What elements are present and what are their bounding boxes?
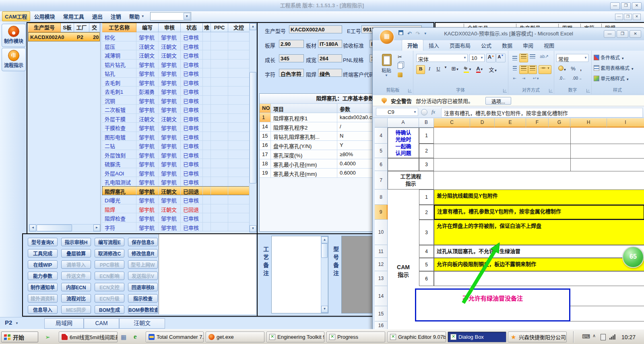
tray-clipboard-icon[interactable] bbox=[601, 334, 606, 340]
cell-item-no[interactable]: 2 bbox=[419, 205, 434, 220]
row-header[interactable]: 15 bbox=[375, 306, 388, 321]
param-col-no[interactable]: NO bbox=[260, 104, 271, 113]
cell-item-no[interactable]: 1 bbox=[419, 190, 434, 205]
grow-font-icon[interactable]: A▲ bbox=[486, 54, 496, 62]
cell-row6[interactable] bbox=[434, 158, 644, 171]
action-button[interactable]: MES同步 bbox=[61, 305, 91, 314]
action-button[interactable]: 接外调资料 bbox=[28, 294, 58, 303]
formula-input[interactable]: 注意有槽孔，槽孔参数见Y包附件，按非金属化槽制作 bbox=[441, 108, 643, 117]
menu-logout[interactable]: 注销 bbox=[107, 11, 125, 21]
site-selector[interactable]: P2 bbox=[5, 319, 12, 326]
process-row[interactable]: 棕化邹宇航邹宇航已审核 bbox=[102, 32, 250, 41]
increase-decimal-icon[interactable]: .0← bbox=[556, 76, 569, 84]
tray-keyboard-icon[interactable]: ⌨ bbox=[582, 333, 590, 340]
sidebar-item-make-module[interactable]: 制作模块 bbox=[2, 24, 26, 47]
task-xs-company[interactable]: ★兴森快捷衡阳分公司... bbox=[508, 332, 567, 342]
cell-b5[interactable]: 2 bbox=[419, 144, 434, 158]
col-header-i[interactable]: I bbox=[607, 118, 644, 128]
action-button[interactable]: PPC审核 bbox=[95, 260, 124, 269]
fx-icon[interactable]: fx bbox=[431, 109, 435, 115]
notes-scrollbar[interactable]: ▲ ▼ bbox=[321, 236, 328, 313]
col-header-g[interactable]: G bbox=[549, 118, 570, 128]
process-row[interactable]: 图形电镀邹宇航邹宇航已审核 bbox=[102, 132, 250, 141]
row-header[interactable]: 7 bbox=[375, 171, 388, 190]
excel-minimize-icon[interactable]: — bbox=[604, 30, 615, 38]
process-row[interactable]: 沉铜邹宇航邹宇航已审核 bbox=[102, 96, 250, 105]
underline-dropdown-icon[interactable]: ▼ bbox=[443, 65, 448, 74]
comma-icon[interactable]: , bbox=[577, 65, 584, 74]
scroll-thumb[interactable] bbox=[321, 243, 328, 258]
process-row[interactable]: 二钻邹宇航邹宇航已审核 bbox=[102, 141, 250, 150]
process-row[interactable]: 孔电阻测试邹宇航邹宇航已审核 bbox=[102, 177, 250, 186]
tray-signal-icon[interactable] bbox=[609, 333, 617, 340]
menu-common-modules[interactable]: 公用模块 bbox=[30, 11, 59, 21]
action-button[interactable]: 制作通知单 bbox=[28, 283, 58, 291]
action-button[interactable]: 修改信息R bbox=[128, 249, 158, 257]
bold-icon[interactable]: B bbox=[416, 65, 425, 74]
align-right-icon[interactable] bbox=[528, 65, 537, 74]
col-header-writer[interactable]: 编写 bbox=[136, 23, 159, 32]
dialog-launcher-icon[interactable]: ◿ bbox=[549, 89, 553, 93]
tab-formulas[interactable]: 公式 bbox=[476, 40, 497, 51]
action-button[interactable]: 回退审核B bbox=[128, 283, 158, 291]
cell-row4[interactable] bbox=[434, 128, 644, 144]
scroll-down-icon[interactable]: ▼ bbox=[321, 306, 328, 313]
copy-icon[interactable] bbox=[398, 63, 403, 69]
task-engineering-toolkit[interactable]: Engineering Toolkit 9... bbox=[266, 332, 324, 342]
cell-b6[interactable]: 3 bbox=[419, 158, 434, 171]
col-header-model[interactable]: 生产型号 bbox=[28, 23, 61, 32]
task-total-commander[interactable]: Total Commander 7.0 ... bbox=[146, 332, 204, 342]
action-button[interactable]: 调单导入 bbox=[61, 260, 91, 269]
cut-icon[interactable]: ✂ bbox=[398, 54, 402, 60]
process-row[interactable]: 二次板镀邹宇航邹宇航已审核 bbox=[102, 105, 250, 114]
mdi-minimize-icon[interactable]: — bbox=[615, 14, 623, 20]
task-get-exe[interactable]: get.exe bbox=[206, 332, 264, 342]
dialog-launcher-icon[interactable]: ◿ bbox=[586, 89, 590, 93]
col-header-status[interactable]: 状态 bbox=[181, 23, 203, 32]
fill-color-icon[interactable]: ▼ bbox=[462, 65, 473, 74]
action-button[interactable]: ECN影响 bbox=[95, 272, 124, 280]
security-options-button[interactable]: 选项... bbox=[485, 97, 511, 105]
scroll-up-icon[interactable]: ▲ bbox=[321, 237, 328, 243]
scroll-right-icon[interactable]: ► bbox=[93, 225, 100, 231]
row-header[interactable]: 16 bbox=[375, 321, 388, 330]
scroll-down-icon[interactable]: ▼ bbox=[250, 225, 256, 232]
action-button[interactable]: 型号上网W bbox=[128, 260, 158, 269]
mask-field[interactable]: 绿色 bbox=[318, 69, 342, 77]
cell-item-text[interactable]: 允许向板内极限削铜皮，板边不露铜来制作 bbox=[434, 258, 644, 271]
process-vscrollbar[interactable]: ▲ ▼ bbox=[249, 23, 257, 233]
menu-cam[interactable]: CAM工程 bbox=[2, 11, 30, 21]
cell-item-no[interactable]: 4 bbox=[419, 245, 434, 258]
action-button[interactable]: BOM参数检查 bbox=[128, 305, 158, 314]
mdi-restore-icon[interactable]: ❐ bbox=[624, 14, 632, 20]
action-button[interactable]: 流程对比 bbox=[61, 294, 91, 303]
action-button[interactable]: 指示检查 bbox=[128, 294, 158, 303]
cell-item-text-selected[interactable]: 注意有槽孔，槽孔参数见Y包附件，按非金属化槽制作 bbox=[434, 205, 644, 220]
cell-item-text[interactable]: 差分阻抗线截图见Y包附件 bbox=[434, 190, 644, 205]
tab-insert[interactable]: 插入 bbox=[423, 40, 444, 51]
borders-icon[interactable]: ⊞▼ bbox=[450, 65, 460, 74]
process-row[interactable]: 干膜检查邹宇航邹宇航已审核 bbox=[102, 123, 250, 132]
length-field[interactable]: 345 bbox=[279, 54, 304, 62]
action-button[interactable]: 在线WIP bbox=[28, 260, 58, 269]
menu-tools[interactable]: 常用工具 bbox=[59, 11, 88, 21]
quicklaunch-sync-icon[interactable]: ➢ bbox=[45, 334, 50, 341]
status-tab-cam[interactable]: CAM bbox=[84, 318, 119, 329]
process-row[interactable]: 减薄铜汪朝文汪朝文已审核 bbox=[102, 50, 250, 60]
row-header[interactable]: 12 bbox=[375, 258, 388, 271]
action-button[interactable]: 指示审核H bbox=[61, 238, 91, 246]
process-row[interactable]: 阻焊塞孔邹宇航汪朝文已回退 bbox=[102, 186, 250, 196]
process-row[interactable]: 外层AOI邹宇航邹宇航已审核 bbox=[102, 168, 250, 177]
cell-item-text[interactable] bbox=[434, 271, 644, 286]
cell-cam-label[interactable]: CAM 指示 bbox=[388, 258, 419, 286]
action-button[interactable]: 编写流程E bbox=[95, 238, 124, 246]
cell-item-text[interactable]: 允许在焊盘上的字符被削，保证白油不上焊盘 bbox=[434, 220, 644, 245]
shrink-font-icon[interactable]: A▼ bbox=[496, 54, 506, 62]
material-field[interactable]: IT-180A bbox=[318, 40, 342, 48]
row-header[interactable]: 8 bbox=[375, 190, 388, 205]
save-icon[interactable] bbox=[398, 30, 403, 35]
tray-clock[interactable]: 10:27 bbox=[621, 334, 636, 340]
office-button[interactable]: ▦ bbox=[379, 29, 394, 45]
col-header-f[interactable]: F bbox=[526, 118, 549, 128]
action-button[interactable]: 取消修改C bbox=[95, 249, 124, 257]
